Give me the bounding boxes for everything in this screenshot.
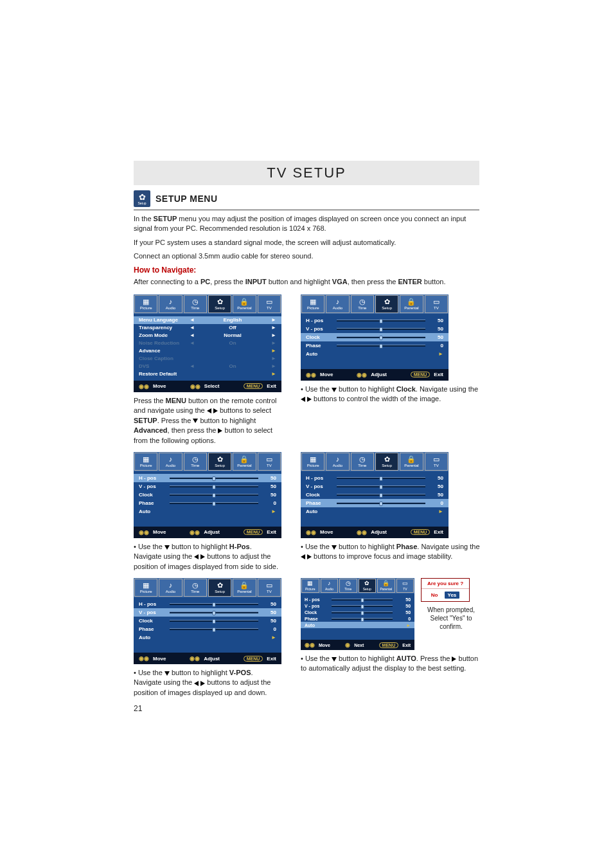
tab-audio[interactable]: ♪Audio — [159, 295, 182, 313]
slider-clock[interactable]: Clock50 — [134, 617, 281, 625]
slider-hpos[interactable]: H - pos50 — [301, 474, 449, 482]
tab-setup[interactable]: ✿Setup — [208, 453, 231, 471]
menu-restore-default[interactable]: Restore Default► — [134, 370, 281, 378]
menu-close-caption: Close Caption► — [134, 355, 281, 363]
tab-picture[interactable]: ▦Picture — [301, 579, 319, 593]
down-arrow-icon — [332, 388, 337, 392]
dpad-icon: ◉◉ — [190, 383, 200, 390]
tab-parental[interactable]: 🔒Parental — [400, 453, 423, 471]
osd-auto: ▦Picture ♪Audio ◷Time ✿Setup 🔒Parental ▭… — [301, 578, 414, 650]
tab-audio[interactable]: ♪Audio — [321, 579, 339, 593]
left-arrow-icon — [194, 681, 199, 686]
tab-setup[interactable]: ✿Setup — [208, 295, 231, 313]
menu-noise-reduction: Noise Reduction◄On► — [134, 339, 281, 347]
slider-clock[interactable]: Clock50 — [301, 491, 449, 499]
slider-vpos[interactable]: V - pos50 — [134, 482, 281, 491]
slider-vpos[interactable]: V - pos50 — [134, 608, 281, 617]
intro-paragraph-3: Connect an optional 3.5mm audio cable fo… — [134, 251, 479, 261]
tab-audio[interactable]: ♪Audio — [159, 453, 182, 471]
osd-tab-row: ▦Picture ♪Audio ◷Time ✿Setup 🔒Parental ▭… — [134, 294, 281, 314]
tab-setup[interactable]: ✿Setup — [208, 579, 231, 597]
slider-auto[interactable]: Auto► — [134, 633, 281, 642]
left-arrow-icon — [207, 408, 211, 413]
down-arrow-icon — [332, 657, 337, 662]
menu-language[interactable]: Menu Language◄English► — [134, 316, 281, 324]
dpad-icon: ◉◉ — [306, 372, 316, 378]
right-arrow-icon — [307, 554, 312, 559]
slider-hpos[interactable]: H - pos50 — [134, 600, 281, 608]
tab-parental[interactable]: 🔒Parental — [377, 579, 395, 593]
menu-zoom-mode[interactable]: Zoom Mode◄Normal► — [134, 332, 281, 339]
menu-transparency[interactable]: Transparency◄Off► — [134, 324, 281, 332]
tab-audio[interactable]: ♪Audio — [326, 295, 349, 313]
tab-tv[interactable]: ▭TV — [425, 453, 448, 471]
slider-auto[interactable]: Auto► — [301, 507, 449, 516]
tab-time[interactable]: ◷Time — [184, 295, 207, 313]
slider-phase[interactable]: Phase0 — [301, 341, 449, 350]
slider-hpos[interactable]: H - pos50 — [134, 474, 281, 482]
tab-setup[interactable]: ✿Setup — [359, 579, 377, 593]
slider-auto[interactable]: Auto► — [134, 507, 281, 516]
tab-time[interactable]: ◷Time — [339, 579, 357, 593]
osd-vpos: ▦Picture ♪Audio ◷Time ✿Setup 🔒Parental ▭… — [134, 578, 281, 664]
tab-time[interactable]: ◷Time — [351, 453, 374, 471]
dpad-icon: ◉◉ — [139, 383, 149, 390]
tab-tv[interactable]: ▭TV — [258, 579, 281, 597]
slider-phase[interactable]: Phase0 — [134, 625, 281, 633]
slider-clock[interactable]: Clock50 — [301, 333, 449, 341]
osd-clock: ▦Picture ♪Audio ◷Time ✿Setup 🔒Parental ▭… — [301, 294, 449, 381]
menu-pill: MENU — [244, 529, 263, 535]
confirm-yes[interactable]: Yes — [445, 592, 460, 599]
tab-picture[interactable]: ▦Picture — [134, 579, 157, 597]
slider-clock[interactable]: Clock50 — [134, 491, 281, 499]
slider-clock[interactable]: Clock50 — [301, 609, 414, 615]
tab-parental[interactable]: 🔒Parental — [233, 579, 256, 597]
caption-hpos: • Use the button to highlight H-Pos. Nav… — [134, 542, 281, 572]
slider-auto[interactable]: Auto► — [301, 350, 449, 358]
tab-parental[interactable]: 🔒Parental — [233, 453, 256, 471]
slider-hpos[interactable]: H - pos50 — [301, 316, 449, 325]
confirm-dialog: Are you sure ? No Yes — [421, 578, 470, 602]
dpad-icon: ◉◉ — [357, 372, 367, 378]
slider-hpos[interactable]: H - pos50 — [301, 596, 414, 602]
tab-parental[interactable]: 🔒Parental — [400, 295, 423, 313]
slider-auto[interactable]: Auto► — [301, 622, 414, 628]
tab-setup[interactable]: ✿Setup — [375, 453, 398, 471]
slider-phase[interactable]: Phase0 — [134, 499, 281, 507]
navigate-instruction: After connecting to a PC, press the INPU… — [134, 277, 479, 287]
right-arrow-icon — [307, 397, 312, 402]
slider-vpos[interactable]: V - pos50 — [301, 325, 449, 333]
confirm-no[interactable]: No — [431, 592, 438, 598]
tab-parental[interactable]: 🔒Parental — [233, 295, 256, 313]
caption-phase: • Use the button to highlight Phase. Nav… — [301, 542, 481, 562]
tab-time[interactable]: ◷Time — [184, 579, 207, 597]
section-header: ✿ Setup SETUP MENU — [134, 188, 479, 210]
tab-tv[interactable]: ▭TV — [425, 295, 448, 313]
tab-audio[interactable]: ♪Audio — [159, 579, 182, 597]
tab-setup[interactable]: ✿Setup — [375, 295, 398, 313]
tab-picture[interactable]: ▦Picture — [134, 453, 157, 471]
slider-vpos[interactable]: V - pos50 — [301, 602, 414, 609]
slider-phase[interactable]: Phase0 — [301, 499, 449, 507]
page-title: TV SETUP — [134, 161, 479, 185]
caption-auto: • Use the button to highlight AUTO. Pres… — [301, 654, 481, 674]
tab-picture[interactable]: ▦Picture — [301, 453, 324, 471]
tab-audio[interactable]: ♪Audio — [326, 453, 349, 471]
slider-phase[interactable]: Phase0 — [301, 615, 414, 622]
gear-icon: ✿ Setup — [134, 190, 150, 207]
tab-time[interactable]: ◷Time — [184, 453, 207, 471]
intro-paragraph-1: In the SETUP menu you may adjust the pos… — [134, 214, 479, 234]
down-arrow-icon — [164, 671, 170, 676]
slider-vpos[interactable]: V - pos50 — [301, 482, 449, 491]
caption-vpos: • Use the button to highlight V-POS. Nav… — [134, 668, 281, 698]
left-arrow-icon — [301, 397, 305, 402]
tab-picture[interactable]: ▦Picture — [134, 295, 157, 313]
tab-tv[interactable]: ▭TV — [258, 453, 281, 471]
tab-time[interactable]: ◷Time — [351, 295, 374, 313]
section-title: SETUP MENU — [155, 194, 218, 204]
dpad-icon: ◉◉ — [357, 529, 367, 536]
tab-tv[interactable]: ▭TV — [396, 579, 414, 593]
menu-advance[interactable]: Advance► — [134, 347, 281, 355]
tab-picture[interactable]: ▦Picture — [301, 295, 324, 313]
tab-tv[interactable]: ▭TV — [258, 295, 281, 313]
